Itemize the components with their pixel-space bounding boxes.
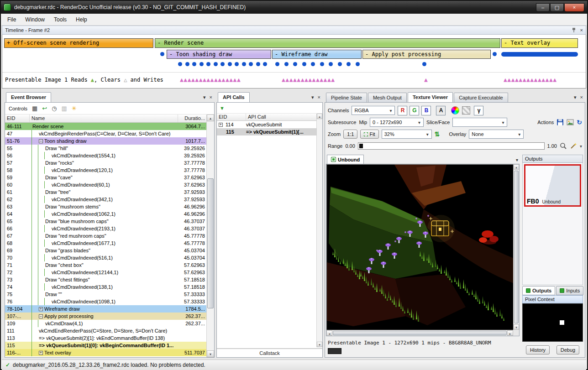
scroll-up-icon[interactable]: ▴ — [514, 164, 519, 170]
tab-outputs[interactable]: Outputs — [522, 286, 555, 295]
maximize-button[interactable]: ▢ — [550, 3, 564, 12]
tree-toggle[interactable]: − — [39, 314, 43, 318]
event-row[interactable]: 56vkCmdDrawIndexed(1554,1)39.25926 — [5, 152, 206, 159]
timeline-event-dot[interactable] — [200, 62, 204, 66]
save-icon[interactable] — [556, 119, 564, 126]
timeline-event-block[interactable] — [501, 52, 578, 57]
timeline-event-dot[interactable] — [214, 62, 218, 66]
event-row[interactable]: 78-104+Wireframe draw1784.5... — [5, 305, 206, 313]
column-eid[interactable]: EID — [217, 114, 246, 120]
timeline-header[interactable]: Timeline - Frame #2 × — [2, 26, 586, 35]
event-row[interactable]: 51-76−Toon shading draw1017.7... — [5, 137, 206, 145]
event-row[interactable]: 66vkCmdDrawIndexed(2193,1)46.37037 — [5, 225, 206, 232]
menu-file[interactable]: File — [3, 15, 21, 25]
callstack-label[interactable]: Callstack — [217, 348, 322, 357]
tab-capture-executable[interactable]: Capture Executable — [454, 93, 508, 102]
tab-unbound[interactable]: Unbound — [327, 155, 364, 164]
color-wheel-icon[interactable] — [451, 106, 459, 115]
title-bar[interactable]: debugmarker.rdc - RenderDoc Unofficial r… — [1, 1, 587, 14]
panel-close-icon[interactable]: × — [580, 94, 583, 100]
zoom-dropdown[interactable]: 32%▾ — [382, 130, 432, 139]
timeline-event-dot[interactable] — [160, 52, 164, 56]
event-row[interactable]: 68vkCmdDrawIndexed(1677,1)45.77778 — [5, 240, 206, 247]
column-duration[interactable]: Duratio... — [178, 115, 206, 122]
texture-image[interactable]: ◂ ▸ ▴ ▾ — [326, 164, 520, 336]
event-row[interactable]: 71Draw "chest box"57.62963 — [5, 261, 206, 269]
tab-mesh-output[interactable]: Mesh Output — [368, 93, 407, 102]
menu-window[interactable]: Window — [21, 15, 49, 25]
tree-toggle[interactable]: − — [39, 139, 43, 143]
event-row[interactable]: 55Draw "hill"39.25926 — [5, 145, 206, 152]
event-row[interactable]: 64vkCmdDrawIndexed(1062,1)46.96296 — [5, 210, 206, 218]
event-row[interactable]: 62vkCmdDrawIndexed(342,1)37.92593 — [5, 196, 206, 203]
timeline-event-dot[interactable] — [320, 62, 324, 66]
scroll-down-icon[interactable]: ▾ — [317, 342, 322, 347]
green-channel-button[interactable]: G — [410, 106, 419, 115]
panel-menu-icon[interactable]: ▾ — [203, 94, 206, 100]
timeline-event-dot[interactable] — [356, 62, 360, 66]
timeline-event-dot[interactable] — [263, 62, 267, 66]
event-row[interactable]: 111vkCmdEndRenderPass(C=Store, D=Store, … — [5, 327, 206, 334]
preview-horizontal-scrollbar[interactable]: ◂ ▸ — [326, 330, 513, 336]
scroll-up-icon[interactable]: ▴ — [207, 115, 214, 121]
event-row[interactable]: 58vkCmdDrawIndexed(120,1)37.77778 — [5, 167, 206, 174]
timeline-event-dot[interactable] — [311, 62, 315, 66]
timeline-bar[interactable]: - Apply post processing — [362, 50, 491, 59]
timeline-event-dot[interactable] — [493, 52, 497, 56]
event-row[interactable]: 69Draw "grass blades"45.03704 — [5, 247, 206, 254]
event-row[interactable]: 76vkCmdDrawIndexed(1098,1)57.33333 — [5, 298, 206, 305]
tree-toggle[interactable]: + — [39, 351, 43, 355]
column-api-call[interactable]: API Call — [246, 114, 316, 120]
timeline-event-dot[interactable] — [220, 62, 225, 66]
event-row[interactable]: 115=> vkQueueSubmit(1)[0]: vkBeginComman… — [5, 342, 206, 349]
timeline-event-dot[interactable] — [235, 62, 239, 66]
filter-builder-icon[interactable]: ▦ — [32, 105, 37, 111]
api-calls-scrollbar[interactable]: ▴ ▾ — [316, 114, 322, 347]
range-slider-thumb[interactable] — [359, 144, 363, 148]
timeline-bar[interactable]: - Render scene — [155, 38, 500, 48]
tab-pipeline-state[interactable]: Pipeline State — [326, 93, 367, 102]
panel-menu-icon[interactable]: ▾ — [311, 94, 314, 100]
timeline-event-dot[interactable] — [206, 62, 210, 66]
scroll-left-icon[interactable]: ◂ — [326, 330, 332, 336]
timeline-bar[interactable]: + Off-screen scene rendering — [4, 38, 153, 48]
timeline-close-icon[interactable]: × — [580, 27, 583, 33]
timeline-event-dot[interactable] — [346, 62, 351, 66]
tree-toggle[interactable]: + — [219, 123, 223, 127]
timeline-event-dot[interactable] — [422, 62, 426, 66]
timeline-event-dot[interactable] — [228, 62, 232, 66]
column-name[interactable]: Name — [30, 115, 178, 122]
timeline-event-dot[interactable] — [178, 62, 182, 66]
timeline-event-dot[interactable] — [284, 62, 289, 66]
usage-write-markers[interactable]: ▲▲▲▲▲▲▲▲▲▲▲▲▲▲ — [504, 73, 557, 86]
scrollbar-thumb[interactable] — [514, 171, 519, 323]
tab-texture-viewer[interactable]: Texture Viewer — [408, 92, 453, 102]
tab-event-browser[interactable]: Event Browser — [6, 92, 51, 102]
timeline-event-dot[interactable] — [293, 62, 297, 66]
timeline-event-dot[interactable] — [249, 62, 253, 66]
chart-icon[interactable]: ▥ — [62, 105, 67, 111]
event-row[interactable]: 72vkCmdDrawIndexed(12144,1)57.62963 — [5, 269, 206, 276]
event-browser-scrollbar[interactable]: ▴ ▾ — [206, 115, 214, 357]
event-row[interactable]: 57Draw "rocks"37.77778 — [5, 159, 206, 167]
scroll-right-icon[interactable]: ▸ — [507, 330, 513, 336]
event-row[interactable]: 116-...+Text overlay511.7037 — [5, 349, 206, 356]
overlay-dropdown[interactable]: None▾ — [469, 130, 524, 139]
debug-button[interactable]: Debug — [556, 345, 579, 354]
usage-write-markers[interactable]: ▲ — [424, 73, 428, 86]
event-row[interactable]: 47vkCmdBeginRenderPass(C=Clear, D=Clear,… — [5, 130, 206, 137]
filter-icon[interactable]: ▼ — [220, 105, 225, 111]
close-button[interactable]: × — [564, 3, 584, 12]
tab-inputs[interactable]: Inputs — [556, 286, 583, 295]
scrollbar-thumb[interactable] — [207, 178, 214, 308]
timeline-event-dot[interactable] — [329, 62, 333, 66]
zoom-range-icon[interactable] — [560, 142, 567, 150]
event-row[interactable]: 60vkCmdDrawIndexed(60,1)37.62963 — [5, 181, 206, 188]
preview-vertical-scrollbar[interactable]: ▴ ▾ — [513, 164, 519, 330]
autofit-wand-icon[interactable] — [570, 142, 577, 150]
blue-channel-button[interactable]: B — [421, 106, 431, 115]
zoom-1to1-button[interactable]: 1:1 — [343, 130, 357, 139]
event-row[interactable]: 59Draw "cave"37.62963 — [5, 174, 206, 181]
event-row[interactable]: 113=> vkQueueSubmit(2)[1]: vkEndCommandB… — [5, 334, 206, 342]
timeline-bar[interactable]: - Text overlay — [501, 38, 578, 48]
